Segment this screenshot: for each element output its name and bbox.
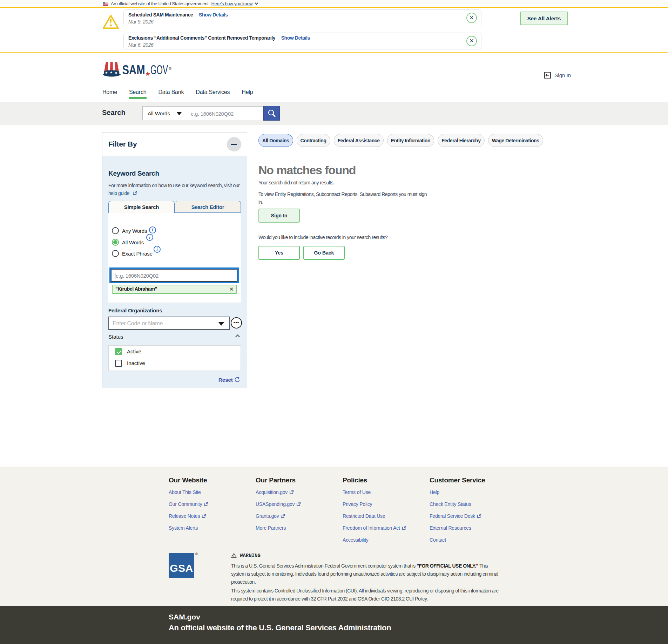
svg-text:SAM: SAM [122,63,145,77]
svg-text:GOV: GOV [150,63,168,77]
svg-text:®: ® [169,66,171,70]
